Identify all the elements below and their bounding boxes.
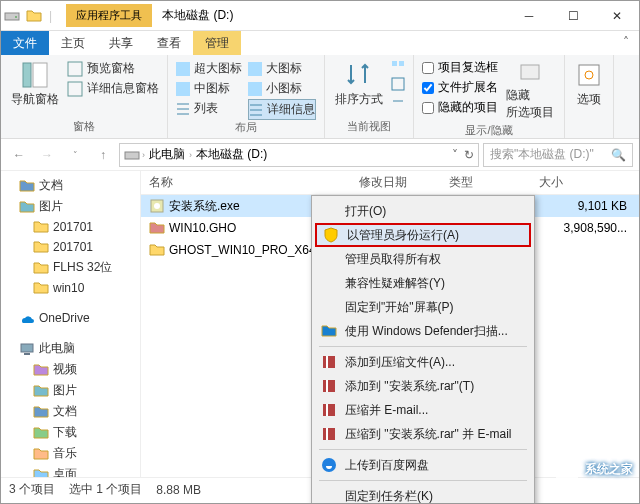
tree-item[interactable]: 桌面 [1, 464, 140, 477]
group-by[interactable] [391, 59, 405, 75]
menu-item[interactable]: 上传到百度网盘 [315, 453, 531, 477]
tree-item[interactable]: 下载 [1, 422, 140, 443]
menu-item[interactable]: 压缩并 E-mail... [315, 398, 531, 422]
tree-item[interactable]: 图片 [1, 380, 140, 401]
svg-rect-25 [323, 428, 335, 440]
refresh-icon[interactable]: ↻ [464, 148, 474, 162]
ribbon-tabs: 文件 主页 共享 查看 管理 ˄ [1, 31, 639, 55]
tab-manage[interactable]: 管理 [193, 31, 241, 55]
col-size: 大小 [501, 174, 571, 191]
sort-button[interactable]: 排序方式 [333, 59, 385, 110]
tab-share[interactable]: 共享 [97, 31, 145, 55]
tree-item[interactable]: OneDrive [1, 308, 140, 328]
view-list[interactable]: 列表 [176, 99, 242, 118]
menu-item[interactable]: 以管理员身份运行(A) [315, 223, 531, 247]
svg-rect-17 [21, 344, 33, 352]
forward-button[interactable]: → [35, 143, 59, 167]
collapse-ribbon[interactable]: ˄ [613, 31, 639, 55]
chk-item-checkboxes[interactable]: 项目复选框 [422, 59, 498, 76]
group-show-hide: 项目复选框 文件扩展名 隐藏的项目 隐藏 所选项目 显示/隐藏 [414, 55, 565, 138]
svg-rect-6 [176, 62, 190, 76]
svg-rect-16 [125, 152, 139, 159]
up-button[interactable]: ↑ [91, 143, 115, 167]
menu-item[interactable]: 压缩到 "安装系统.rar" 并 E-mail [315, 422, 531, 446]
menu-item[interactable]: 兼容性疑难解答(Y) [315, 271, 531, 295]
back-button[interactable]: ← [7, 143, 31, 167]
svg-rect-18 [24, 353, 30, 355]
nav-pane-button[interactable]: 导航窗格 [9, 59, 61, 110]
svg-rect-7 [176, 82, 190, 96]
svg-point-21 [154, 203, 160, 209]
folder-icon [26, 8, 42, 24]
svg-rect-24 [323, 404, 335, 416]
dropdown-icon[interactable]: ˅ [452, 148, 458, 162]
tab-view[interactable]: 查看 [145, 31, 193, 55]
preview-pane-button[interactable]: 预览窗格 [67, 59, 159, 78]
tree-item[interactable]: 文档 [1, 175, 140, 196]
search-icon: 🔍 [611, 148, 626, 162]
add-columns[interactable] [391, 76, 405, 92]
status-selected: 选中 1 个项目 [69, 481, 142, 498]
view-m[interactable]: 中图标 [176, 79, 242, 98]
details-pane-button[interactable]: 详细信息窗格 [67, 79, 159, 98]
tree-item[interactable]: 视频 [1, 359, 140, 380]
group-current-view: 排序方式 当前视图 [325, 55, 414, 138]
options-icon [575, 61, 603, 89]
maximize-button[interactable]: ☐ [551, 1, 595, 31]
details-icon [67, 81, 83, 97]
tree-item[interactable]: 文档 [1, 401, 140, 422]
close-button[interactable]: ✕ [595, 1, 639, 31]
minimize-button[interactable]: ─ [507, 1, 551, 31]
chk-hidden-items[interactable]: 隐藏的项目 [422, 99, 498, 116]
fit-columns[interactable] [391, 93, 405, 109]
hide-icon [518, 61, 542, 85]
col-name: 名称 [141, 174, 351, 191]
ribbon: 导航窗格 预览窗格 详细信息窗格 窗格 超大图标 中图标 列表 大图标 小图标 … [1, 55, 639, 139]
view-l[interactable]: 大图标 [248, 59, 316, 78]
breadcrumb[interactable]: › 此电脑 › 本地磁盘 (D:) ˅ ↻ [119, 143, 479, 167]
options-button[interactable]: 选项 [573, 59, 605, 110]
search-input[interactable]: 搜索"本地磁盘 (D:)" 🔍 [483, 143, 633, 167]
menu-item[interactable]: 添加到 "安装系统.rar"(T) [315, 374, 531, 398]
separator: | [49, 9, 52, 23]
svg-rect-13 [521, 65, 539, 79]
svg-rect-12 [392, 78, 404, 90]
tree-item[interactable]: FLHS 32位 [1, 257, 140, 278]
tree-item[interactable]: 201701 [1, 217, 140, 237]
menu-item[interactable]: 固定到任务栏(K) [315, 484, 531, 504]
svg-rect-3 [33, 63, 47, 87]
status-size: 8.88 MB [156, 483, 201, 497]
view-details[interactable]: 详细信息 [248, 99, 316, 120]
tree-item[interactable]: 此电脑 [1, 338, 140, 359]
nav-tree[interactable]: 文档图片201701201701FLHS 32位win10OneDrive此电脑… [1, 171, 141, 477]
svg-rect-23 [323, 380, 335, 392]
tree-item[interactable]: win10 [1, 278, 140, 298]
crumb-drive[interactable]: 本地磁盘 (D:) [194, 146, 269, 163]
tab-home[interactable]: 主页 [49, 31, 97, 55]
svg-rect-8 [248, 62, 262, 76]
tree-item[interactable]: 音乐 [1, 443, 140, 464]
group-panes: 导航窗格 预览窗格 详细信息窗格 窗格 [1, 55, 168, 138]
preview-icon [67, 61, 83, 77]
svg-rect-14 [579, 65, 599, 85]
menu-item[interactable]: 固定到"开始"屏幕(P) [315, 295, 531, 319]
view-xl[interactable]: 超大图标 [176, 59, 242, 78]
hide-selected-button[interactable]: 隐藏 所选项目 [504, 59, 556, 123]
view-s[interactable]: 小图标 [248, 79, 316, 98]
menu-item[interactable]: 管理员取得所有权 [315, 247, 531, 271]
tree-item[interactable]: 201701 [1, 237, 140, 257]
drive-icon [4, 8, 20, 24]
svg-point-1 [15, 16, 17, 18]
svg-rect-11 [399, 61, 404, 66]
menu-item[interactable]: 使用 Windows Defender扫描... [315, 319, 531, 343]
titlebar: | 应用程序工具 本地磁盘 (D:) ─ ☐ ✕ [1, 1, 639, 31]
tab-file[interactable]: 文件 [1, 31, 49, 55]
crumb-pc[interactable]: 此电脑 [147, 146, 187, 163]
recent-button[interactable]: ˅ [63, 143, 87, 167]
chk-file-ext[interactable]: 文件扩展名 [422, 79, 498, 96]
tree-item[interactable]: 图片 [1, 196, 140, 217]
menu-item[interactable]: 打开(O) [315, 199, 531, 223]
menu-item[interactable]: 添加到压缩文件(A)... [315, 350, 531, 374]
svg-rect-10 [392, 61, 397, 66]
column-headers[interactable]: 名称 修改日期 类型 大小 [141, 171, 639, 195]
